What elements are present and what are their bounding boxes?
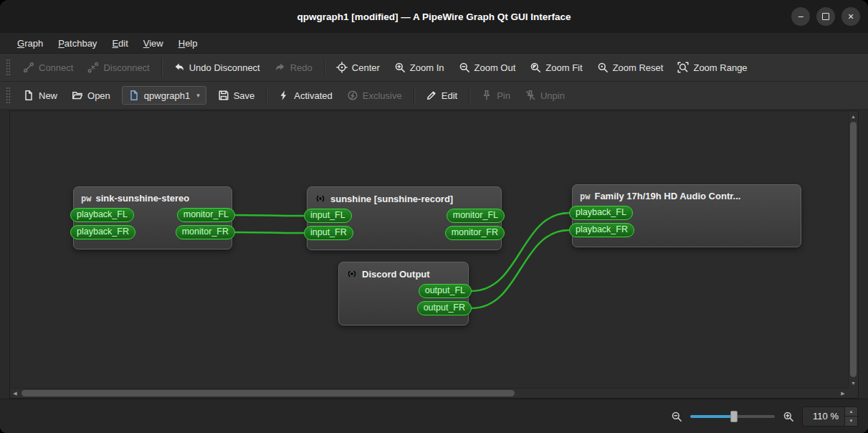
combo-current-patchbay[interactable]: qpwgraph1▾ xyxy=(122,86,206,105)
toolbar-button-unpin[interactable]: Unpin xyxy=(518,86,571,105)
scroll-right-arrow[interactable]: ▶ xyxy=(838,389,848,399)
toolbar-button-center[interactable]: Center xyxy=(330,58,386,77)
minimize-icon: − xyxy=(798,11,803,22)
graph-canvas[interactable]: pwsink-sunshine-stereoplayback_FLmonitor… xyxy=(10,111,848,388)
close-button[interactable]: × xyxy=(841,7,860,26)
port-sink-monitor_FL[interactable]: monitor_FL xyxy=(177,208,235,222)
graph-node-discord[interactable]: Discord Outputoutput_FLoutput_FR xyxy=(338,262,469,325)
menu-item-help[interactable]: Help xyxy=(171,35,205,52)
graph-view: pwsink-sunshine-stereoplayback_FLmonitor… xyxy=(9,110,859,399)
toolbar-separator xyxy=(266,87,267,104)
pin-icon xyxy=(481,90,492,101)
toolbar-button-zoom-out[interactable]: Zoom Out xyxy=(452,58,523,77)
port-discord-output_FL[interactable]: output_FL xyxy=(419,284,472,298)
scroll-up-arrow[interactable]: ▲ xyxy=(849,111,859,121)
port-sunshine-input_FR[interactable]: input_FR xyxy=(304,226,353,240)
horizontal-scrollbar[interactable]: ◀ ▶ xyxy=(10,388,848,398)
port-discord-output_FR[interactable]: output_FR xyxy=(417,301,472,315)
port-row: output_FR xyxy=(339,301,468,315)
spin-down-button[interactable]: ▼ xyxy=(845,416,857,426)
port-family-playback_FR[interactable]: playback_FR xyxy=(569,223,634,237)
zoom-slider-fill xyxy=(690,415,734,418)
toolbar-button-connect[interactable]: Connect xyxy=(16,58,80,77)
connection-sink.monitor_FL-to-sunshine.input_FL[interactable] xyxy=(235,215,304,216)
graph-node-sink[interactable]: pwsink-sunshine-stereoplayback_FLmonitor… xyxy=(73,186,232,249)
toolbar-button-redo[interactable]: Redo xyxy=(268,58,319,77)
app-window: qpwgraph1 [modified] — A PipeWire Graph … xyxy=(0,0,868,433)
window-controls: − × xyxy=(791,0,860,33)
toolbar-button-zoom-reset[interactable]: Zoom Reset xyxy=(591,58,670,77)
zoom-slider[interactable] xyxy=(690,410,775,423)
port-sunshine-input_FL[interactable]: input_FL xyxy=(304,209,352,223)
toolbar-button-disconnect[interactable]: Disconnect xyxy=(81,58,156,77)
toolbar-label: Activated xyxy=(294,90,332,101)
chevron-down-icon: ▾ xyxy=(196,92,200,99)
port-sunshine-monitor_FR[interactable]: monitor_FR xyxy=(445,226,505,240)
spin-buttons: ▲ ▼ xyxy=(844,407,857,426)
combo-label: qpwgraph1 xyxy=(144,90,190,101)
toolbar-button-undo-disconnect[interactable]: Undo Disconnect xyxy=(167,58,267,77)
node-ports: playback_FLmonitor_FLplayback_FRmonitor_… xyxy=(74,206,232,249)
toolbar-button-open[interactable]: Open xyxy=(65,86,117,105)
graph-node-sunshine[interactable]: sunshine [sunshine-record]input_FLmonito… xyxy=(307,186,502,250)
port-sink-playback_FR[interactable]: playback_FR xyxy=(70,225,135,239)
scroll-left-arrow[interactable]: ◀ xyxy=(10,389,20,399)
port-row: playback_FR xyxy=(573,223,801,237)
node-header: Discord Output xyxy=(339,262,468,282)
port-sink-playback_FL[interactable]: playback_FL xyxy=(70,208,134,222)
node-title: sink-sunshine-stereo xyxy=(95,193,189,204)
minimize-button[interactable]: − xyxy=(791,7,810,26)
node-ports: output_FLoutput_FR xyxy=(339,282,468,325)
toolbar-button-exclusive[interactable]: Exclusive xyxy=(340,86,409,105)
menu-item-graph[interactable]: Graph xyxy=(10,35,50,52)
toolbar-label: Disconnect xyxy=(103,62,149,73)
toolbar-label: Edit xyxy=(442,90,457,101)
zoom-slider-handle[interactable] xyxy=(730,411,738,422)
patchbay-toolbar: NewOpenqpwgraph1▾SaveActivatedExclusiveE… xyxy=(0,82,868,110)
new-file-icon xyxy=(23,90,34,101)
spin-up-button[interactable]: ▲ xyxy=(845,407,857,417)
zoom-in-icon xyxy=(394,62,406,73)
node-title: Discord Output xyxy=(362,269,430,280)
maximize-button[interactable] xyxy=(816,7,835,26)
zoom-out-icon[interactable] xyxy=(671,411,682,422)
port-row: input_FRmonitor_FR xyxy=(307,226,501,240)
window-title: qpwgraph1 [modified] — A PipeWire Graph … xyxy=(297,11,571,22)
toolbar-button-zoom-in[interactable]: Zoom In xyxy=(388,58,451,77)
node-header: sunshine [sunshine-record] xyxy=(307,187,501,207)
zoom-in-icon[interactable] xyxy=(783,411,794,422)
connection-sink.monitor_FR-to-sunshine.input_FR[interactable] xyxy=(235,232,304,233)
scroll-down-arrow[interactable]: ▼ xyxy=(849,378,859,388)
node-header: pwFamily 17h/19h HD Audio Contr... xyxy=(573,185,801,204)
zoom-spinbox[interactable]: 110 % ▲ ▼ xyxy=(802,406,858,427)
toolbar-label: Exclusive xyxy=(363,90,402,101)
port-row: output_FL xyxy=(339,284,468,298)
undo-icon xyxy=(173,62,185,73)
vertical-scrollbar[interactable]: ▲ ▼ xyxy=(848,111,858,388)
toolbar-button-new[interactable]: New xyxy=(16,86,64,105)
menu-item-patchbay[interactable]: Patchbay xyxy=(51,35,104,52)
horizontal-scrollbar-thumb[interactable] xyxy=(22,390,515,396)
title-bar[interactable]: qpwgraph1 [modified] — A PipeWire Graph … xyxy=(0,0,868,33)
toolbar-button-activated[interactable]: Activated xyxy=(272,86,338,105)
toolbar-button-zoom-range[interactable]: Zoom Range xyxy=(671,58,753,77)
toolbar-button-pin[interactable]: Pin xyxy=(474,86,517,105)
toolbar-button-edit[interactable]: Edit xyxy=(419,86,464,105)
toolbar-button-zoom-fit[interactable]: Zoom Fit xyxy=(523,58,588,77)
toolbar-label: Center xyxy=(352,62,380,73)
port-family-playback_FL[interactable]: playback_FL xyxy=(569,206,633,220)
graph-node-family[interactable]: pwFamily 17h/19h HD Audio Contr...playba… xyxy=(572,184,801,247)
menu-item-view[interactable]: View xyxy=(136,35,171,52)
toolbar-separator xyxy=(161,59,162,76)
vertical-scrollbar-thumb[interactable] xyxy=(850,122,857,377)
toolbar-button-save[interactable]: Save xyxy=(211,86,262,105)
zoom-value[interactable]: 110 % xyxy=(803,407,844,426)
toolbar-label: Redo xyxy=(290,62,313,73)
toolbar-grip[interactable] xyxy=(6,87,11,104)
zoom-fit-icon xyxy=(530,62,541,73)
toolbar-label: Open xyxy=(87,90,110,101)
menu-item-edit[interactable]: Edit xyxy=(105,35,135,52)
toolbar-grip[interactable] xyxy=(6,59,11,76)
port-sink-monitor_FR[interactable]: monitor_FR xyxy=(176,225,235,239)
port-sunshine-monitor_FL[interactable]: monitor_FL xyxy=(447,209,505,223)
